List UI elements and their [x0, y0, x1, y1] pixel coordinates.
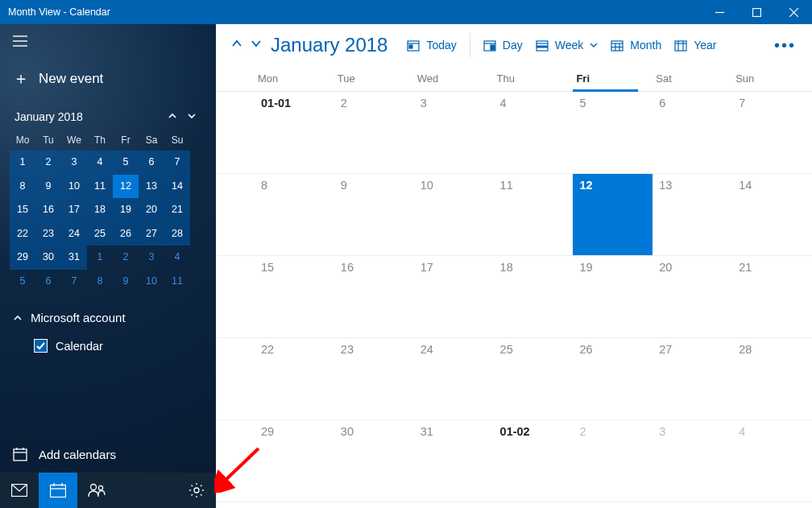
- mini-day-cell[interactable]: 1: [87, 246, 113, 270]
- more-button[interactable]: •••: [768, 36, 802, 55]
- mini-day-cell[interactable]: 8: [87, 270, 113, 294]
- view-day-button[interactable]: Day: [477, 31, 529, 60]
- day-cell[interactable]: 21: [732, 256, 812, 337]
- people-button[interactable]: [77, 473, 116, 508]
- mini-day-cell[interactable]: 14: [164, 175, 190, 199]
- day-cell[interactable]: 19: [573, 256, 652, 337]
- day-cell[interactable]: 2: [573, 420, 652, 502]
- day-cell[interactable]: 22: [255, 338, 334, 419]
- mini-day-cell[interactable]: 10: [139, 270, 164, 294]
- close-button[interactable]: [775, 0, 812, 24]
- mini-day-cell[interactable]: 3: [139, 246, 164, 270]
- day-cell[interactable]: 14: [732, 174, 812, 255]
- day-cell[interactable]: 25: [494, 338, 574, 419]
- day-cell[interactable]: 9: [334, 174, 414, 255]
- maximize-button[interactable]: [738, 0, 775, 24]
- mini-day-cell[interactable]: 26: [113, 222, 139, 246]
- mini-day-cell[interactable]: 4: [87, 151, 113, 175]
- day-cell[interactable]: 11: [494, 174, 574, 255]
- mail-button[interactable]: [0, 473, 39, 508]
- day-cell[interactable]: 3: [414, 92, 494, 173]
- day-cell[interactable]: 10: [414, 174, 494, 255]
- view-year-button[interactable]: Year: [668, 31, 723, 60]
- mini-day-cell[interactable]: 7: [61, 270, 87, 294]
- mini-day-cell[interactable]: 28: [164, 222, 190, 246]
- mini-prev-button[interactable]: [163, 110, 182, 123]
- mini-day-cell[interactable]: 9: [113, 270, 139, 294]
- day-cell[interactable]: 18: [494, 256, 574, 337]
- day-cell[interactable]: 29: [255, 420, 334, 502]
- day-cell[interactable]: 6: [652, 92, 732, 173]
- day-cell[interactable]: 13: [652, 174, 732, 255]
- mini-day-cell[interactable]: 15: [10, 198, 35, 222]
- view-week-button[interactable]: Week: [529, 31, 605, 60]
- mini-day-cell[interactable]: 20: [139, 198, 164, 222]
- day-cell[interactable]: 5: [573, 92, 652, 173]
- day-cell[interactable]: 26: [573, 338, 652, 419]
- add-calendars-button[interactable]: Add calendars: [0, 436, 216, 473]
- mini-day-cell[interactable]: 1: [10, 151, 35, 175]
- mini-day-cell[interactable]: 17: [61, 198, 87, 222]
- mini-day-cell[interactable]: 27: [139, 222, 164, 246]
- calendar-toggle-row[interactable]: Calendar: [0, 331, 216, 361]
- mini-day-cell[interactable]: 9: [35, 175, 61, 199]
- day-cell[interactable]: 23: [334, 338, 414, 419]
- view-month-button[interactable]: Month: [604, 31, 668, 60]
- mini-day-cell[interactable]: 31: [61, 246, 87, 270]
- mini-day-cell[interactable]: 12: [113, 175, 139, 199]
- day-cell[interactable]: 7: [732, 92, 812, 173]
- mini-day-cell[interactable]: 13: [139, 175, 164, 199]
- mini-day-cell[interactable]: 5: [10, 270, 35, 294]
- mini-day-cell[interactable]: 8: [10, 175, 35, 199]
- mini-day-cell[interactable]: 18: [87, 198, 113, 222]
- day-cell[interactable]: 15: [255, 256, 334, 337]
- settings-button[interactable]: [177, 473, 216, 508]
- day-cell[interactable]: 17: [414, 256, 494, 337]
- mini-day-cell[interactable]: 25: [87, 222, 113, 246]
- mini-day-cell[interactable]: 7: [164, 151, 190, 175]
- mini-next-button[interactable]: [182, 110, 201, 123]
- account-toggle[interactable]: Microsoft account: [0, 299, 216, 331]
- new-event-button[interactable]: ＋ New event: [0, 61, 216, 104]
- mini-day-cell[interactable]: 11: [164, 270, 190, 294]
- mini-day-cell[interactable]: 2: [35, 151, 61, 175]
- mini-day-cell[interactable]: 4: [164, 246, 190, 270]
- mini-day-cell[interactable]: 29: [10, 246, 35, 270]
- mini-day-cell[interactable]: 22: [10, 222, 35, 246]
- day-cell[interactable]: 20: [652, 256, 732, 337]
- mini-day-cell[interactable]: 10: [61, 175, 87, 199]
- mini-day-cell[interactable]: 21: [164, 198, 190, 222]
- mini-day-cell[interactable]: 6: [35, 270, 61, 294]
- day-cell[interactable]: 27: [652, 338, 732, 419]
- day-cell[interactable]: 4: [494, 92, 574, 173]
- day-cell[interactable]: 8: [255, 174, 334, 255]
- day-cell[interactable]: 01-02: [494, 420, 574, 502]
- day-cell[interactable]: 31: [414, 420, 494, 502]
- day-cell[interactable]: 01-01: [255, 92, 334, 173]
- mini-day-cell[interactable]: 30: [35, 246, 61, 270]
- mini-day-cell[interactable]: 6: [139, 151, 164, 175]
- gutter: [216, 174, 255, 255]
- hamburger-button[interactable]: [0, 24, 216, 61]
- day-cell[interactable]: 16: [334, 256, 414, 337]
- mini-day-cell[interactable]: 11: [87, 175, 113, 199]
- day-cell[interactable]: 30: [334, 420, 414, 502]
- day-cell[interactable]: 3: [652, 420, 732, 502]
- today-button[interactable]: Today: [400, 31, 462, 60]
- day-cell[interactable]: 4: [732, 420, 812, 502]
- mini-day-cell[interactable]: 19: [113, 198, 139, 222]
- day-cell[interactable]: 2: [334, 92, 414, 173]
- mini-day-cell[interactable]: 23: [35, 222, 61, 246]
- day-cell[interactable]: 24: [414, 338, 494, 419]
- minimize-button[interactable]: [701, 0, 738, 24]
- mini-day-cell[interactable]: 5: [113, 151, 139, 175]
- prev-month-button[interactable]: [227, 37, 246, 54]
- day-cell[interactable]: 12: [573, 174, 652, 255]
- calendar-button[interactable]: [39, 473, 77, 508]
- mini-day-cell[interactable]: 16: [35, 198, 61, 222]
- mini-day-cell[interactable]: 24: [61, 222, 87, 246]
- next-month-button[interactable]: [246, 37, 266, 54]
- mini-day-cell[interactable]: 3: [61, 151, 87, 175]
- mini-day-cell[interactable]: 2: [113, 246, 139, 270]
- day-cell[interactable]: 28: [732, 338, 812, 419]
